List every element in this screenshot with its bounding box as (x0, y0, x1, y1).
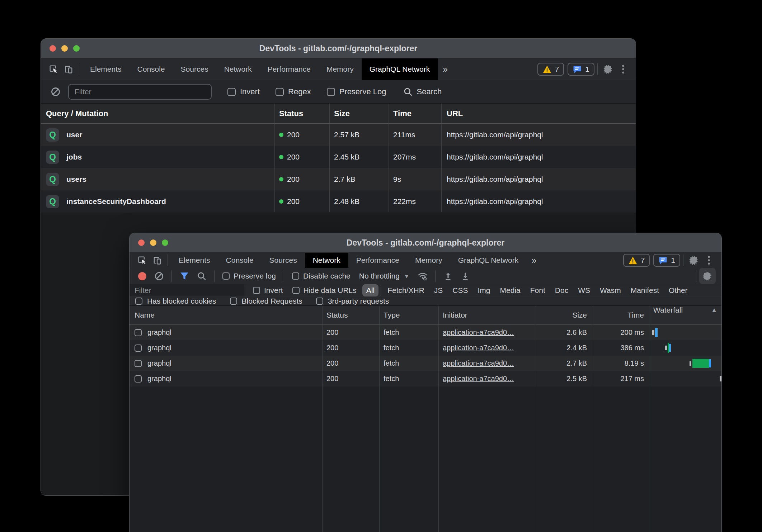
invert-group[interactable]: Invert (250, 286, 286, 295)
preserve-log-checkbox[interactable] (222, 272, 230, 280)
col-type[interactable]: Type (379, 311, 438, 319)
network-conditions-icon[interactable] (415, 269, 430, 284)
tab-elements[interactable]: Elements (82, 58, 130, 80)
tab-graphql-network[interactable]: GraphQL Network (362, 58, 438, 80)
invert-checkbox[interactable] (227, 88, 236, 96)
invert-checkbox[interactable] (253, 287, 260, 294)
type-filter-media[interactable]: Media (500, 286, 521, 295)
column-divider[interactable] (389, 104, 389, 212)
waterfall-cell[interactable] (649, 356, 721, 371)
inspect-element-icon[interactable] (135, 253, 150, 268)
row-checkbox[interactable] (135, 360, 142, 367)
row-checkbox[interactable] (135, 375, 142, 383)
preserve-log-checkbox[interactable] (327, 88, 335, 96)
search-group[interactable]: Search (403, 87, 442, 97)
tab-network[interactable]: Network (216, 58, 260, 80)
third-party-checkbox[interactable] (316, 298, 323, 305)
blocked-requests-checkbox[interactable] (230, 298, 237, 305)
waterfall-cell[interactable] (649, 371, 721, 386)
column-divider[interactable] (322, 306, 323, 532)
settings-gear-icon[interactable] (686, 253, 701, 268)
warnings-badge[interactable]: 7 (537, 63, 564, 76)
table-row[interactable]: Q user 200 2.57 kB 211ms https://gitlab.… (41, 124, 636, 146)
type-filter-fetch-xhr[interactable]: Fetch/XHR (387, 286, 424, 295)
preserve-log-group[interactable]: Preserve log (220, 272, 279, 280)
more-tabs-icon[interactable]: » (526, 255, 541, 266)
more-options-icon[interactable] (701, 253, 716, 268)
import-har-icon[interactable] (441, 269, 456, 284)
type-filter-css[interactable]: CSS (452, 286, 468, 295)
filter-funnel-icon[interactable] (177, 269, 192, 284)
tab-console[interactable]: Console (218, 253, 262, 268)
table-empty-area[interactable] (130, 386, 721, 532)
col-status[interactable]: Status (274, 109, 329, 118)
initiator-link[interactable]: application-a7ca9d0… (443, 344, 514, 352)
titlebar[interactable]: DevTools - gitlab.com/-/graphql-explorer (41, 39, 636, 58)
col-status[interactable]: Status (322, 311, 379, 319)
network-settings-gear-icon[interactable] (699, 268, 716, 284)
settings-gear-icon[interactable] (601, 62, 616, 77)
preserve-log-checkbox-group[interactable]: Preserve Log (327, 87, 386, 96)
initiator-link[interactable]: application-a7ca9d0… (443, 359, 514, 367)
type-filter-img[interactable]: Img (478, 286, 490, 295)
warnings-badge[interactable]: 7 (623, 254, 650, 267)
table-row[interactable]: graphql 200 fetch application-a7ca9d0… 2… (130, 356, 721, 371)
throttling-dropdown[interactable]: No throttling ▼ (356, 272, 413, 280)
table-row[interactable]: Q users 200 2.7 kB 9s https://gitlab.com… (41, 168, 636, 190)
col-url[interactable]: URL (441, 109, 636, 118)
clear-icon[interactable] (151, 269, 166, 284)
col-initiator[interactable]: Initiator (438, 311, 535, 319)
table-row[interactable]: graphql 200 fetch application-a7ca9d0… 2… (130, 371, 721, 386)
initiator-link[interactable]: application-a7ca9d0… (443, 328, 514, 336)
table-row[interactable]: Q jobs 200 2.45 kB 207ms https://gitlab.… (41, 146, 636, 168)
tab-sources[interactable]: Sources (262, 253, 305, 268)
tab-memory[interactable]: Memory (319, 58, 362, 80)
tab-memory[interactable]: Memory (407, 253, 450, 268)
hide-data-urls-group[interactable]: Hide data URLs (290, 286, 359, 295)
tab-performance[interactable]: Performance (260, 58, 319, 80)
tab-elements[interactable]: Elements (171, 253, 218, 268)
col-query-mutation[interactable]: Query / Mutation (41, 109, 274, 118)
tab-network[interactable]: Network (305, 253, 348, 268)
col-time[interactable]: Time (592, 311, 649, 319)
column-divider[interactable] (441, 104, 442, 212)
tab-sources[interactable]: Sources (173, 58, 216, 80)
waterfall-cell[interactable] (649, 325, 721, 340)
column-divider[interactable] (329, 104, 330, 212)
more-tabs-icon[interactable]: » (438, 64, 453, 75)
zoom-button[interactable] (162, 239, 168, 246)
column-divider[interactable] (274, 104, 275, 212)
close-button[interactable] (138, 239, 145, 246)
more-options-icon[interactable] (616, 62, 631, 77)
filter-input[interactable] (130, 284, 244, 296)
type-filter-font[interactable]: Font (530, 286, 545, 295)
titlebar[interactable]: DevTools - gitlab.com/-/graphql-explorer (130, 233, 721, 253)
col-time[interactable]: Time (389, 109, 441, 118)
invert-checkbox-group[interactable]: Invert (227, 87, 260, 96)
tab-graphql-network[interactable]: GraphQL Network (450, 253, 526, 268)
initiator-link[interactable]: application-a7ca9d0… (443, 375, 514, 383)
inspect-element-icon[interactable] (46, 62, 61, 77)
search-icon[interactable] (194, 269, 209, 284)
type-filter-wasm[interactable]: Wasm (600, 286, 621, 295)
type-filter-other[interactable]: Other (669, 286, 688, 295)
issues-badge[interactable]: 1 (568, 63, 594, 76)
column-divider[interactable] (379, 306, 380, 532)
column-divider[interactable] (592, 306, 592, 532)
clear-icon[interactable] (48, 84, 63, 99)
sort-arrow-icon[interactable]: ▲ (711, 307, 721, 314)
column-divider[interactable] (535, 306, 535, 532)
regex-checkbox-group[interactable]: Regex (276, 87, 311, 96)
blocked-cookies-group[interactable]: Has blocked cookies (135, 297, 216, 305)
type-filter-js[interactable]: JS (434, 286, 443, 295)
column-divider[interactable] (438, 306, 439, 532)
col-size[interactable]: Size (329, 109, 389, 118)
device-toolbar-icon[interactable] (150, 253, 165, 268)
row-checkbox[interactable] (135, 345, 142, 352)
waterfall-cell[interactable] (649, 340, 721, 356)
close-button[interactable] (50, 45, 56, 52)
minimize-button[interactable] (150, 239, 156, 246)
third-party-group[interactable]: 3rd-party requests (316, 297, 389, 305)
col-size[interactable]: Size (535, 311, 592, 319)
regex-checkbox[interactable] (276, 88, 284, 96)
